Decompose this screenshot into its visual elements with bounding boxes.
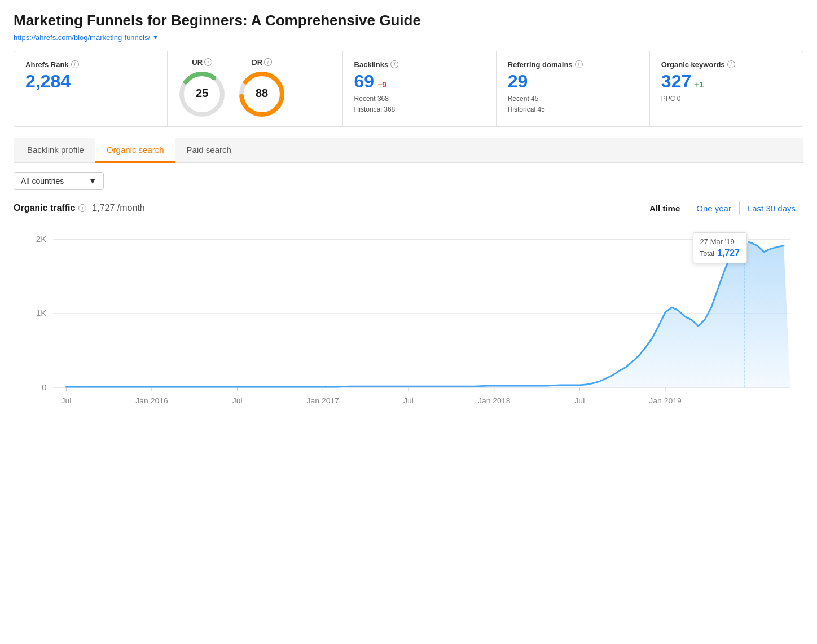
referring-domains-label: Referring domains i [508, 60, 638, 69]
svg-text:Jan 2018: Jan 2018 [478, 396, 511, 405]
organic-keywords-label: Organic keywords i [661, 60, 792, 69]
traffic-value: 1,727 /month [92, 203, 144, 213]
metrics-bar: Ahrefs Rank i 2,284 UR i 25 [14, 51, 803, 127]
svg-text:Jan 2017: Jan 2017 [307, 396, 340, 405]
svg-text:Jul: Jul [61, 396, 71, 405]
country-selector[interactable]: All countries ▼ [14, 172, 104, 190]
ahrefs-rank-info-icon[interactable]: i [71, 60, 79, 68]
svg-text:25: 25 [196, 87, 208, 99]
ahrefs-rank-value: 2,284 [25, 72, 156, 90]
time-filter-last-30[interactable]: Last 30 days [739, 201, 803, 215]
organic-keywords-sub: PPC 0 [661, 94, 792, 104]
organic-keywords-value: 327 +1 [661, 72, 792, 90]
traffic-chart-svg: 2K 1K 0 Jul Jan 2016 Jul Jan 2017 Jul Ja… [14, 221, 803, 418]
traffic-info-icon[interactable]: i [78, 204, 86, 212]
svg-marker-28 [53, 241, 790, 387]
ur-info-icon[interactable]: i [204, 58, 212, 66]
svg-text:Jul: Jul [232, 396, 243, 405]
backlinks-sub: Recent 368 Historical 368 [354, 94, 485, 115]
backlinks-label: Backlinks i [354, 60, 485, 69]
metric-backlinks: Backlinks i 69 −9 Recent 368 Historical … [343, 51, 497, 126]
traffic-header: Organic traffic i 1,727 /month All time … [14, 201, 803, 215]
metric-organic-keywords: Organic keywords i 327 +1 PPC 0 [650, 51, 803, 126]
page-title: Marketing Funnels for Beginners: A Compr… [14, 11, 803, 30]
chart-container: 2K 1K 0 Jul Jan 2016 Jul Jan 2017 Jul Ja… [14, 221, 803, 418]
time-filter-all-time[interactable]: All time [642, 201, 688, 215]
dr-gauge-svg: 88 [236, 69, 287, 120]
content-area: All countries ▼ Organic traffic i 1,727 … [14, 163, 803, 427]
tabs-bar: Backlink profile Organic search Paid sea… [14, 138, 803, 163]
ur-gauge: UR i 25 [177, 58, 227, 120]
metric-ahrefs-rank: Ahrefs Rank i 2,284 [14, 51, 168, 126]
svg-text:Jul: Jul [403, 396, 414, 405]
backlinks-delta: −9 [377, 81, 386, 89]
ur-label: UR i [192, 58, 212, 67]
organic-keywords-info-icon[interactable]: i [727, 60, 735, 68]
metric-referring-domains: Referring domains i 29 Recent 45 Histori… [497, 51, 650, 126]
organic-keywords-delta: +1 [695, 81, 704, 89]
tab-backlink-profile[interactable]: Backlink profile [16, 138, 95, 163]
referring-domains-info-icon[interactable]: i [575, 60, 583, 68]
url-chevron-icon: ▼ [152, 34, 159, 41]
svg-text:Jan 2016: Jan 2016 [135, 396, 168, 405]
dr-label: DR i [252, 58, 272, 67]
svg-text:88: 88 [256, 87, 268, 99]
page-url[interactable]: https://ahrefs.com/blog/marketing-funnel… [14, 33, 159, 42]
referring-domains-value: 29 [508, 72, 638, 90]
svg-text:Jan 2019: Jan 2019 [649, 396, 682, 405]
gauge-cell: UR i 25 DR i 88 [168, 51, 342, 126]
backlinks-info-icon[interactable]: i [390, 60, 398, 68]
time-filter-one-year[interactable]: One year [688, 201, 739, 215]
dr-info-icon[interactable]: i [264, 58, 272, 66]
traffic-label: Organic traffic i [14, 203, 86, 213]
svg-text:2K: 2K [36, 235, 47, 243]
url-text: https://ahrefs.com/blog/marketing-funnel… [14, 33, 150, 42]
tab-paid-search[interactable]: Paid search [175, 138, 243, 163]
svg-text:Jul: Jul [574, 396, 585, 405]
ur-gauge-svg: 25 [177, 69, 227, 120]
dr-gauge: DR i 88 [236, 58, 287, 120]
referring-domains-sub: Recent 45 Historical 45 [508, 94, 638, 115]
svg-text:1K: 1K [36, 309, 47, 317]
tab-organic-search[interactable]: Organic search [95, 138, 175, 163]
backlinks-value: 69 −9 [354, 72, 485, 90]
ahrefs-rank-label: Ahrefs Rank i [25, 60, 156, 69]
svg-text:0: 0 [42, 383, 46, 391]
time-filters: All time One year Last 30 days [642, 201, 803, 215]
country-chevron-icon: ▼ [89, 177, 96, 186]
country-label: All countries [21, 177, 64, 186]
